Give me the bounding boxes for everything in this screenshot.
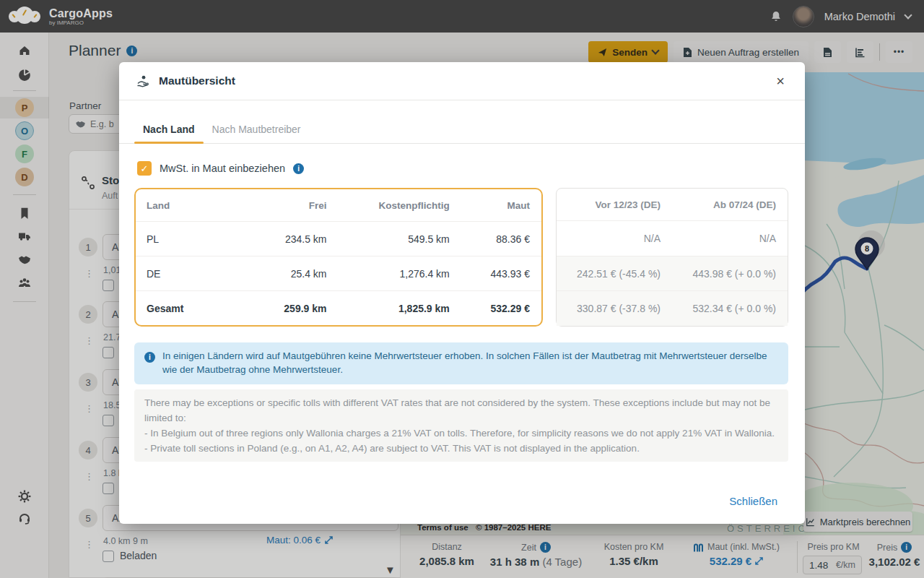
modal-header: Mautübersicht: [119, 62, 805, 100]
disclaimer-line: - Private toll sections in Poland (e.g.,…: [144, 441, 778, 456]
modal-close-icon[interactable]: [770, 71, 790, 91]
modal-footer: Schließen: [729, 495, 777, 508]
toll-hand-coin-icon: [136, 74, 150, 88]
modal-tabs: Nach Land Nach Mautbetreiber: [119, 118, 805, 144]
banner-info-icon: [144, 352, 155, 363]
table-row: N/A N/A: [557, 220, 788, 256]
col-ab-0724: Ab 07/24 (DE): [672, 189, 788, 220]
table-row: PL 234.5 km 549.5 km 88.36 €: [136, 221, 541, 256]
vat-checkbox-label: MwSt. in Maut einbeziehen: [160, 163, 285, 174]
table-row: DE 25.4 km 1,276.4 km 443.93 €: [136, 256, 541, 290]
disclaimer-line: There may be exceptions or specific toll…: [144, 395, 778, 426]
banner-text: In einigen Ländern wird auf Mautgebühren…: [162, 350, 778, 377]
toll-tables: Land Frei Kostenpflichtig Maut PL 234.5 …: [134, 188, 788, 327]
modal-title: Mautübersicht: [159, 74, 235, 87]
table-total-row: Gesamt 259.9 km 1,825.9 km 532.29 €: [136, 290, 541, 325]
tab-nach-mautbetreiber[interactable]: Nach Mautbetreiber: [204, 118, 310, 143]
table-header-row: Land Frei Kostenpflichtig Maut: [136, 189, 541, 221]
table-row: 330.87 € (-37.8 %) 532.34 € (+ 0.0 %): [557, 290, 788, 326]
vat-checkbox-row: MwSt. in Maut einbeziehen: [137, 161, 805, 176]
col-vor-1223: Vor 12/23 (DE): [557, 189, 672, 220]
toll-overview-modal: Mautübersicht Nach Land Nach Mautbetreib…: [119, 62, 805, 524]
vat-info-banner: In einigen Ländern wird auf Mautgebühren…: [134, 342, 788, 384]
vat-disclaimer: There may be exceptions or specific toll…: [134, 389, 788, 462]
col-maut: Maut: [461, 189, 541, 221]
col-land: Land: [136, 189, 244, 221]
col-frei: Frei: [244, 189, 338, 221]
vat-info-icon[interactable]: [293, 163, 304, 174]
toll-by-country-table: Land Frei Kostenpflichtig Maut PL 234.5 …: [134, 188, 543, 327]
table-header-row: Vor 12/23 (DE) Ab 07/24 (DE): [557, 189, 788, 220]
col-kostenpflichtig: Kostenpflichtig: [338, 189, 461, 221]
toll-comparison-table: Vor 12/23 (DE) Ab 07/24 (DE) N/A N/A 242…: [556, 188, 788, 327]
table-row: 242.51 € (-45.4 %) 443.98 € (+ 0.0 %): [557, 256, 788, 291]
tab-nach-land[interactable]: Nach Land: [134, 118, 204, 143]
disclaimer-line: - In Belgium out of three regions only W…: [144, 426, 778, 441]
vat-checkbox[interactable]: [137, 161, 152, 176]
close-modal-button[interactable]: Schließen: [729, 495, 777, 507]
